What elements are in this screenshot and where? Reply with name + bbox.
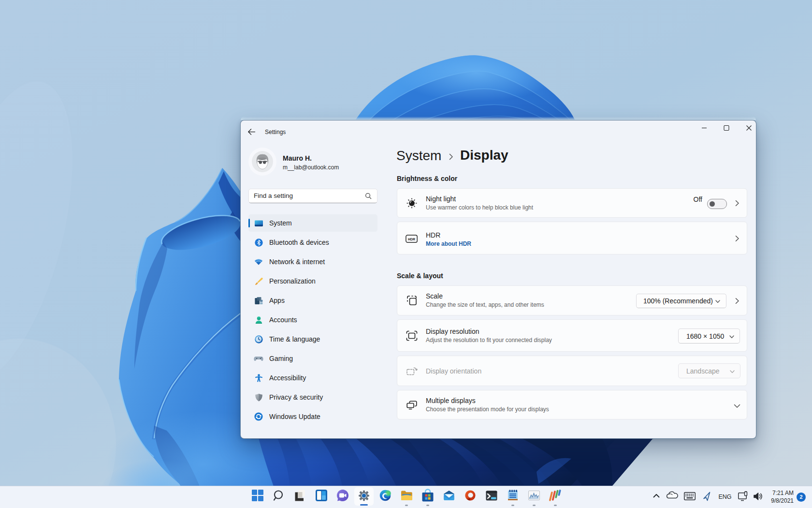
svg-text:HDR: HDR	[408, 238, 415, 241]
svg-text:ENG: ENG	[718, 493, 731, 500]
